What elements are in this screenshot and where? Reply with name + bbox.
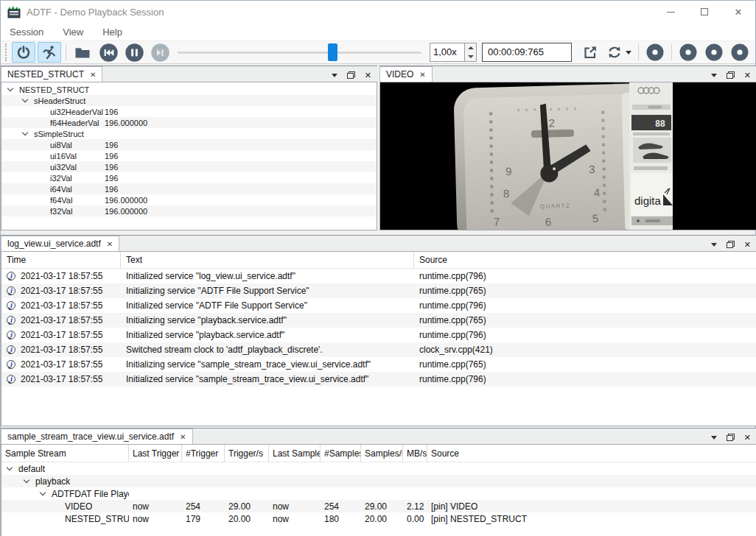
tree-row[interactable]: ui8Val196 — [1, 139, 377, 150]
tree-row[interactable]: sHeaderStruct — [1, 95, 377, 106]
seek-slider-handle[interactable] — [328, 43, 337, 61]
skip-to-end-button[interactable] — [148, 42, 172, 63]
col-sample-stream[interactable]: Sample Stream — [1, 445, 129, 462]
minimize-button[interactable] — [654, 1, 687, 23]
seek-slider[interactable] — [178, 42, 421, 63]
stream-row[interactable]: default — [1, 462, 756, 475]
col-text[interactable]: Text — [121, 252, 414, 268]
col-samples-s[interactable]: Samples/s — [361, 445, 403, 462]
tree-row[interactable]: sSimpleStruct — [1, 128, 377, 139]
log-row[interactable]: 2021-03-17 18:57:55 Initializing service… — [1, 283, 756, 298]
panel-menu-icon[interactable] — [711, 436, 717, 440]
loop-playback-button[interactable] — [604, 42, 634, 63]
col-time[interactable]: Time — [1, 252, 121, 268]
col-source[interactable]: Source — [414, 252, 756, 268]
run-mode-button[interactable] — [38, 42, 61, 63]
power-icon — [15, 44, 32, 60]
panel-menu-icon[interactable] — [332, 74, 337, 77]
log-row[interactable]: 2021-03-17 18:57:55 Initializing service… — [1, 357, 756, 372]
pause-button[interactable] — [122, 42, 146, 63]
speed-up-button[interactable] — [465, 43, 476, 52]
col-last-sample[interactable]: Last Sample — [269, 445, 321, 462]
tab-video[interactable]: VIDEO ✕ — [379, 66, 433, 82]
tree-row[interactable]: NESTED_STRUCT — [1, 84, 377, 95]
tab-log-view[interactable]: log_view.ui_service.adtf ✕ — [1, 236, 119, 251]
chevron-down-icon[interactable] — [24, 477, 29, 483]
tree-row[interactable]: i32Val196 — [1, 172, 377, 183]
tree-row[interactable]: ui32HeaderVal196 — [1, 106, 377, 117]
record-marker-button-4[interactable] — [728, 42, 752, 63]
record-marker-button-3[interactable] — [702, 42, 726, 63]
tree-row[interactable]: f64Val196.000000 — [1, 194, 377, 205]
toolbar-grip[interactable] — [5, 43, 7, 61]
maximize-button[interactable] — [687, 1, 721, 23]
tab-close-icon[interactable]: ✕ — [90, 71, 96, 79]
info-icon — [7, 272, 15, 281]
record-marker-button-1[interactable] — [643, 42, 667, 63]
panel-float-icon[interactable] — [347, 71, 355, 79]
info-icon — [7, 360, 15, 369]
log-row[interactable]: 2021-03-17 18:57:55 Initialized service … — [1, 372, 756, 387]
tab-close-icon[interactable]: ✕ — [419, 71, 425, 79]
menu-session[interactable]: Session — [8, 25, 45, 39]
record-marker-button-2[interactable] — [676, 42, 700, 63]
close-button[interactable]: ✕ — [721, 1, 755, 23]
tree-label: ui16Val — [50, 152, 77, 161]
clock-brand: QUARTZ — [540, 202, 571, 210]
open-external-button[interactable] — [578, 42, 602, 63]
stream-name: default — [18, 464, 45, 474]
col-trigger-s[interactable]: Trigger/s — [225, 445, 269, 462]
chevron-down-icon[interactable] — [7, 85, 13, 91]
tree-row[interactable]: f32Val196.000000 — [1, 205, 377, 216]
panel-close-icon[interactable]: ✕ — [365, 71, 371, 79]
chevron-down-icon[interactable] — [22, 96, 28, 102]
tab-close-icon[interactable]: ✕ — [180, 433, 186, 441]
panel-menu-icon[interactable] — [711, 243, 717, 247]
tree-row[interactable]: ui32Val196 — [1, 161, 377, 172]
col-num-samples[interactable]: #Samples — [321, 445, 361, 462]
log-row[interactable]: 2021-03-17 18:57:55 Initializing service… — [1, 313, 756, 328]
col-last-trigger[interactable]: Last Trigger — [129, 445, 182, 462]
open-file-button[interactable] — [71, 42, 94, 63]
time-display-field[interactable]: 00:00:09:765 — [482, 43, 572, 62]
panel-float-icon[interactable] — [727, 71, 735, 79]
panel-menu-icon[interactable] — [711, 74, 717, 77]
chevron-down-icon[interactable] — [40, 490, 46, 496]
stream-row[interactable]: playback — [1, 475, 756, 487]
stream-row[interactable]: VIDEO now25429.00now25429.002.12[pin] VI… — [1, 500, 756, 512]
panel-close-icon[interactable]: ✕ — [744, 434, 751, 441]
seek-slider-track[interactable] — [178, 52, 421, 54]
chevron-down-icon[interactable] — [7, 465, 13, 470]
col-mb-s[interactable]: MB/s — [403, 445, 427, 462]
tree-label: f64HeaderVal — [50, 119, 99, 127]
log-row[interactable]: 2021-03-17 18:57:55 Initialized service … — [1, 269, 756, 283]
log-text: Initializing service "sample_stream_trac… — [121, 357, 414, 372]
panel-float-icon[interactable] — [727, 241, 735, 248]
log-row[interactable]: 2021-03-17 18:57:55 Switched stream cloc… — [1, 342, 756, 357]
col-num-trigger[interactable]: #Trigger — [182, 445, 225, 462]
power-button[interactable] — [12, 42, 35, 63]
panel-close-icon[interactable]: ✕ — [744, 71, 751, 79]
tree-row[interactable]: f64HeaderVal196.000000 — [1, 117, 377, 128]
panel-close-icon[interactable]: ✕ — [744, 241, 751, 248]
panel-float-icon[interactable] — [727, 434, 735, 441]
col-source[interactable]: Source — [427, 445, 756, 462]
tab-nested-struct[interactable]: NESTED_STRUCT ✕ — [1, 66, 102, 82]
skip-to-start-button[interactable] — [97, 42, 120, 63]
tab-close-icon[interactable]: ✕ — [107, 240, 113, 248]
menu-help[interactable]: Help — [101, 25, 124, 39]
title-bar: ADTF - Demo Playback Session ✕ — [1, 1, 755, 23]
stream-row[interactable]: ADTFDAT File Player — [1, 487, 756, 500]
tree-label: i64Val — [50, 185, 72, 194]
tree-row[interactable]: i64Val196 — [1, 183, 377, 194]
tree-row[interactable]: ui16Val196 — [1, 150, 377, 161]
stream-row[interactable]: NESTED_STRUCT now17920.00now18020.000.00… — [1, 512, 756, 525]
chevron-down-icon[interactable] — [22, 130, 28, 135]
menu-view[interactable]: View — [61, 25, 85, 39]
log-row[interactable]: 2021-03-17 18:57:55 Initialized service … — [1, 328, 756, 342]
log-row[interactable]: 2021-03-17 18:57:55 Initialized service … — [1, 298, 756, 313]
tab-stream-trace[interactable]: sample_stream_trace_view.ui_service.adtf… — [1, 429, 193, 444]
stream-name: playback — [35, 476, 70, 487]
speed-down-button[interactable] — [465, 52, 476, 61]
speed-value[interactable]: 1,00x — [430, 43, 465, 62]
